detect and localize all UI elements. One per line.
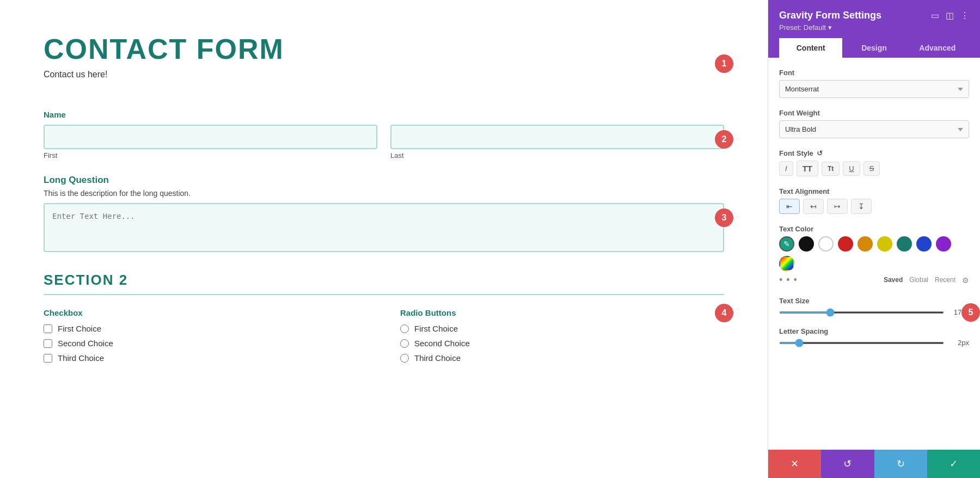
radio-choice-2[interactable]: Second Choice xyxy=(400,339,724,348)
last-name-field: Last xyxy=(390,125,724,160)
last-sublabel: Last xyxy=(390,151,724,160)
right-panel: Gravity Form Settings ▭ ◫ ⋮ Preset: Defa… xyxy=(768,0,980,478)
font-weight-select[interactable]: Ultra Bold xyxy=(779,120,969,138)
panel-header-icons: ▭ ◫ ⋮ xyxy=(931,10,969,21)
long-question-title: Long Question xyxy=(44,175,724,186)
checkbox-3-input[interactable] xyxy=(44,354,52,363)
radio-2-input[interactable] xyxy=(400,339,409,348)
cancel-button[interactable]: ✕ xyxy=(768,450,821,478)
color-more-dots[interactable]: • • • xyxy=(779,274,798,286)
color-tab-recent[interactable]: Recent xyxy=(935,276,955,285)
text-size-setting: Text Size 17px xyxy=(779,297,969,316)
checkbox-choice-3[interactable]: Third Choice xyxy=(44,353,367,363)
panel-tabs: Content Design Advanced xyxy=(779,38,969,58)
align-left-button[interactable]: ⇤ xyxy=(779,199,800,214)
swatch-orange[interactable] xyxy=(857,236,873,252)
align-buttons: ⇤ ↤ ↦ ↧ xyxy=(779,199,969,214)
font-style-setting: Font Style ↺ I TT Tt U S xyxy=(779,149,969,176)
confirm-button[interactable]: ✓ xyxy=(927,450,980,478)
text-size-slider[interactable] xyxy=(779,311,944,314)
reset-icon: ↺ xyxy=(843,458,852,470)
color-tab-saved[interactable]: Saved xyxy=(884,276,903,285)
font-select[interactable]: Montserrat xyxy=(779,80,969,98)
panel-header: Gravity Form Settings ▭ ◫ ⋮ Preset: Defa… xyxy=(768,0,980,58)
swatch-white[interactable] xyxy=(818,236,834,252)
swatch-picker[interactable] xyxy=(779,256,794,271)
radio-choice-3[interactable]: Third Choice xyxy=(400,353,724,363)
font-weight-setting: Font Weight Ultra Bold xyxy=(779,109,969,138)
step-5-area: 5 xyxy=(779,358,969,369)
refresh-button[interactable]: ↻ xyxy=(874,450,927,478)
swatch-blue[interactable] xyxy=(916,236,932,252)
text-color-label: Text Color xyxy=(779,225,969,233)
italic-button[interactable]: I xyxy=(779,161,793,176)
color-tab-global[interactable]: Global xyxy=(909,276,928,285)
swatch-custom-green[interactable]: ✎ xyxy=(779,236,794,252)
color-swatches: ✎ xyxy=(779,236,969,271)
first-sublabel: First xyxy=(44,151,377,160)
tab-content[interactable]: Content xyxy=(779,38,842,58)
color-settings-icon[interactable]: ⚙ xyxy=(962,276,969,285)
letter-spacing-value: 2px xyxy=(950,339,969,347)
align-justify-button[interactable]: ↧ xyxy=(851,199,872,214)
tab-design[interactable]: Design xyxy=(842,38,905,58)
letter-spacing-range-row: 2px xyxy=(779,339,969,347)
swatch-purple[interactable] xyxy=(936,236,951,252)
checkbox-choice-3-label: Third Choice xyxy=(58,353,104,363)
letter-spacing-label: Letter Spacing xyxy=(779,327,969,335)
radio-choice-1[interactable]: First Choice xyxy=(400,324,724,333)
text-size-label: Text Size xyxy=(779,297,969,305)
checkbox-choice-2-label: Second Choice xyxy=(58,339,113,348)
underline-button[interactable]: U xyxy=(843,161,860,176)
checkbox-1-input[interactable] xyxy=(44,324,52,333)
radio-3-input[interactable] xyxy=(400,354,409,363)
swatch-red[interactable] xyxy=(838,236,853,252)
layout-icon[interactable]: ◫ xyxy=(946,10,954,21)
swatch-yellow[interactable] xyxy=(877,236,892,252)
refresh-icon: ↻ xyxy=(897,458,905,470)
cancel-icon: ✕ xyxy=(791,458,799,470)
step-4-bubble: 4 xyxy=(715,304,733,322)
first-name-input[interactable] xyxy=(44,125,377,149)
long-question-textarea[interactable] xyxy=(44,203,724,252)
bold-button[interactable]: TT xyxy=(797,161,818,176)
name-section: Name First Last 2 xyxy=(44,110,724,160)
panel-preset[interactable]: Preset: Default ▾ xyxy=(779,23,969,32)
checkbox-choice-1[interactable]: First Choice xyxy=(44,324,367,333)
letter-spacing-slider[interactable] xyxy=(779,342,944,344)
bold-small-button[interactable]: Tt xyxy=(822,162,840,176)
reset-button[interactable]: ↺ xyxy=(821,450,874,478)
text-size-range-row: 17px xyxy=(779,308,969,316)
strikethrough-button[interactable]: S xyxy=(863,161,880,176)
tab-advanced[interactable]: Advanced xyxy=(906,38,969,58)
screen-icon[interactable]: ▭ xyxy=(931,10,939,21)
long-question-desc: This is the description for the long que… xyxy=(44,189,724,198)
checkbox-2-input[interactable] xyxy=(44,339,52,348)
swatch-teal[interactable] xyxy=(897,236,912,252)
checkbox-choice-2[interactable]: Second Choice xyxy=(44,339,367,348)
step-5-bubble: 5 xyxy=(961,303,980,322)
form-subtitle: Contact us here! xyxy=(44,70,700,79)
step-1-bubble: 1 xyxy=(715,54,733,73)
text-alignment-label: Text Alignment xyxy=(779,187,969,195)
panel-title: Gravity Form Settings xyxy=(779,10,881,21)
checkbox-label: Checkbox xyxy=(44,308,367,317)
form-title: CONTACT FORM xyxy=(44,33,700,65)
align-center-button[interactable]: ↤ xyxy=(803,199,824,214)
more-icon[interactable]: ⋮ xyxy=(960,10,969,21)
letter-spacing-setting: Letter Spacing 2px xyxy=(779,327,969,347)
section2-title: SECTION 2 xyxy=(44,272,724,289)
panel-bottom-bar: ✕ ↺ ↻ ✓ xyxy=(768,450,980,478)
section-2: SECTION 2 Checkbox First Choice Second C… xyxy=(44,272,724,368)
radio-1-input[interactable] xyxy=(400,324,409,333)
last-name-input[interactable] xyxy=(390,125,724,149)
font-label: Font xyxy=(779,69,969,77)
checkbox-choice-1-label: First Choice xyxy=(58,324,101,333)
font-style-reset-icon[interactable]: ↺ xyxy=(817,149,823,157)
align-right-button[interactable]: ↦ xyxy=(827,199,848,214)
name-label: Name xyxy=(44,110,724,119)
font-setting: Font Montserrat xyxy=(779,69,969,98)
checkbox-group: Checkbox First Choice Second Choice Thir… xyxy=(44,308,367,368)
text-alignment-setting: Text Alignment ⇤ ↤ ↦ ↧ xyxy=(779,187,969,214)
swatch-black[interactable] xyxy=(799,236,814,252)
